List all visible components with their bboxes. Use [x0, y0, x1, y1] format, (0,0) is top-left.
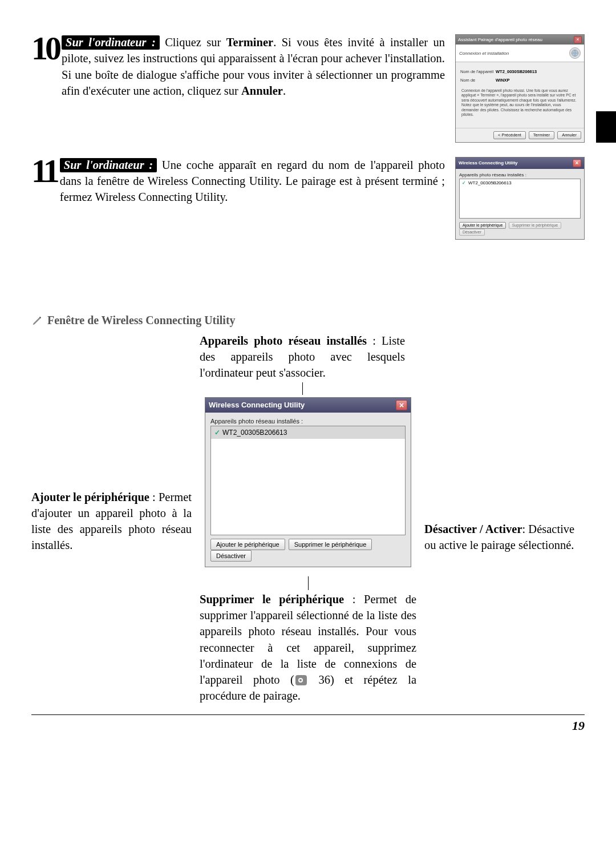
finish-button[interactable]: Terminer [529, 131, 554, 139]
page-number: 19 [31, 718, 585, 733]
callout-bold: Appareils photo réseau installés [200, 334, 367, 347]
step-10-row: 10 Sur l'ordinateur : Cliquez sur Termin… [31, 34, 585, 143]
close-icon[interactable]: × [574, 36, 582, 43]
leader-line [302, 382, 303, 395]
text-fragment: Cliquez sur [165, 36, 226, 49]
step-10-number: 10 [31, 34, 59, 62]
add-device-button[interactable]: Ajouter le périphérique [459, 222, 506, 229]
text-bold: Annuler [241, 84, 283, 97]
text-fragment: . [283, 84, 286, 97]
camera-ref-icon [295, 675, 307, 685]
device-name-value: WT2_0030SB206613 [496, 69, 537, 74]
list-item[interactable]: ✓ WT2_00305B206613 [211, 426, 405, 439]
section-header: Fenêtre de Wireless Connecting Utility [31, 314, 585, 327]
wizard-title: Assistant Pairage d'appareil photo résea… [458, 37, 542, 42]
callout-ref: 36 [318, 673, 330, 686]
diagram-window: Wireless Connecting Utility × Appareils … [200, 397, 416, 567]
device-name-label: Nom de l'appareil [460, 69, 496, 74]
close-icon[interactable]: × [573, 159, 581, 167]
list-label: Appareils photo réseau installés : [459, 172, 581, 177]
callout-left: Ajouter le périphérique : Permet d'ajout… [31, 489, 192, 567]
remove-device-button[interactable]: Supprimer le périphérique [289, 539, 372, 550]
text-bold: Terminer [226, 36, 273, 49]
callout-bold: Ajouter le périphérique [31, 491, 149, 503]
remove-device-button[interactable]: Supprimer le périphérique [509, 222, 562, 229]
disable-device-button[interactable]: Désactiver [210, 550, 252, 562]
pencil-icon [31, 314, 44, 326]
utility-title: Wireless Connecting Utility [209, 401, 305, 409]
host-name-label: Nom de [460, 78, 496, 83]
callout-bottom: Supprimer le périphérique : Permet de su… [200, 574, 416, 704]
check-icon: ✓ [214, 429, 220, 437]
utility-screenshot-small: Wireless Connecting Utility × Appareils … [455, 157, 585, 240]
page-tab [596, 111, 616, 143]
callout-text: : Permet de supprimer l'appareil sélecti… [200, 593, 416, 686]
wizard-blurb: Connexion de l'appareil photo réussi. Un… [460, 86, 579, 123]
wizard-screenshot: Assistant Pairage d'appareil photo résea… [455, 34, 585, 143]
back-button[interactable]: < Précédent [493, 131, 526, 139]
device-listbox[interactable]: ✓ WT2_00305B206613 [210, 426, 406, 535]
add-device-button[interactable]: Ajouter le périphérique [210, 539, 285, 550]
computer-tag: Sur l'ordinateur : [60, 158, 157, 172]
utility-title: Wireless Connecting Utility [459, 160, 518, 165]
step-11-text: Sur l'ordinateur : Une coche apparaît en… [60, 157, 445, 205]
host-name-value: WINXP [496, 78, 510, 83]
callout-top: Appareils photo réseau installés : Liste… [200, 333, 405, 397]
footer-rule [31, 714, 585, 715]
list-item-label: WT2_00305B206613 [222, 429, 287, 437]
list-label: Appareils photo réseau installés : [210, 418, 406, 425]
leader-line [308, 576, 309, 590]
computer-tag: Sur l'ordinateur : [62, 35, 160, 50]
step-11-number: 11 [31, 157, 57, 185]
list-item[interactable]: ✓ WT2_00305B206613 [460, 179, 580, 187]
check-icon: ✓ [462, 180, 466, 185]
callout-bold: Supprimer le périphérique [200, 593, 344, 605]
device-listbox[interactable]: ✓ WT2_00305B206613 [459, 179, 581, 219]
diagram: Appareils photo réseau installés : Liste… [31, 333, 585, 704]
globe-icon [569, 47, 581, 59]
disable-device-button[interactable]: Désactiver [459, 229, 485, 236]
callout-right: Désactiver / Activer: Désactive ou activ… [424, 521, 585, 567]
callout-bold: Désactiver / Activer [424, 523, 522, 535]
wizard-subtitle: Connexion et installation [459, 51, 509, 56]
cancel-button[interactable]: Annuler [557, 131, 581, 139]
list-item-label: WT2_00305B206613 [468, 180, 512, 185]
step-10-text: Sur l'ordinateur : Cliquez sur Terminer.… [62, 34, 445, 99]
step-11-row: 11 Sur l'ordinateur : Une coche apparaît… [31, 157, 585, 240]
section-title: Fenêtre de Wireless Connecting Utility [47, 314, 236, 327]
close-icon[interactable]: × [396, 400, 407, 410]
